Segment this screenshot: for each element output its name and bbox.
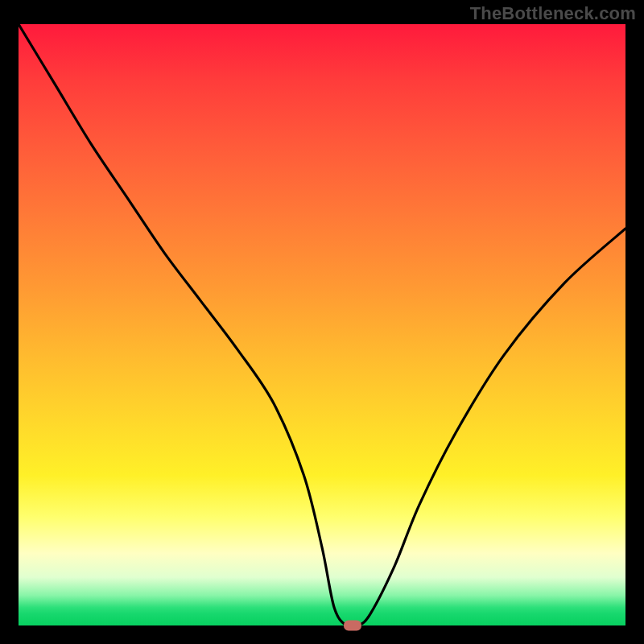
plot-area [19,24,625,625]
bottleneck-curve [19,24,625,625]
chart-frame: TheBottleneck.com [0,0,644,644]
curve-path [19,24,625,625]
watermark-text: TheBottleneck.com [470,3,636,24]
optimal-point-marker [344,621,361,631]
